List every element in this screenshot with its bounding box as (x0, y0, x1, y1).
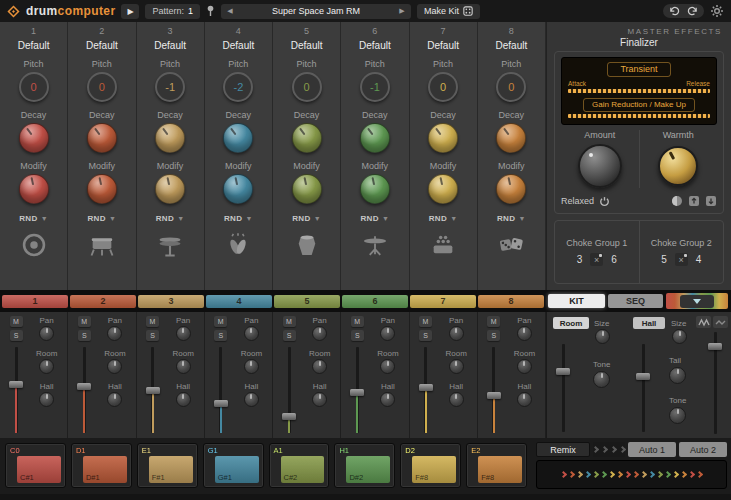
randomize-button[interactable]: RND ▼ (497, 214, 526, 223)
pattern-selector[interactable]: Pattern: 1 (145, 4, 200, 19)
hall-tail-knob[interactable] (669, 367, 686, 384)
solo-button[interactable]: S (146, 330, 159, 341)
settings-gear-icon[interactable] (710, 4, 724, 18)
room-send-knob[interactable] (380, 359, 395, 374)
decay-knob[interactable] (360, 123, 390, 153)
pattern-tab[interactable]: 7 (410, 295, 476, 308)
pitch-knob[interactable]: -1 (155, 72, 185, 102)
remix-mode-strip[interactable] (593, 442, 625, 457)
choke-2-clear-button[interactable]: × (675, 253, 688, 266)
dice-icon[interactable] (496, 231, 526, 259)
preset-prev-button[interactable]: ◀ (221, 7, 239, 15)
fader-cap[interactable] (419, 384, 433, 391)
preset-next-button[interactable]: ▶ (393, 7, 411, 15)
modify-knob[interactable] (19, 174, 49, 204)
pattern-export-button[interactable] (680, 295, 714, 308)
pan-knob[interactable] (312, 326, 327, 341)
room-level-fader[interactable] (555, 344, 571, 432)
volume-fader[interactable] (418, 347, 434, 433)
pan-knob[interactable] (517, 326, 532, 341)
choke-2-left-value[interactable]: 5 (661, 254, 667, 265)
decay-knob[interactable] (496, 123, 526, 153)
modify-knob[interactable] (428, 174, 458, 204)
room-send-knob[interactable] (312, 359, 327, 374)
pitch-knob[interactable]: -2 (223, 72, 253, 102)
remix-step-chevron[interactable] (600, 471, 607, 478)
hall-send-knob[interactable] (380, 392, 395, 407)
solo-button[interactable]: S (10, 330, 23, 341)
remix-step-chevron[interactable] (592, 471, 599, 478)
room-send-knob[interactable] (107, 359, 122, 374)
channel-preset-selector[interactable]: Default (18, 40, 50, 51)
master-saturation-icon[interactable] (713, 316, 728, 328)
randomize-button[interactable]: RND ▼ (224, 214, 253, 223)
pitch-knob[interactable]: 0 (19, 72, 49, 102)
mute-button[interactable]: M (146, 316, 159, 327)
randomize-button[interactable]: RND ▼ (87, 214, 116, 223)
conga-icon[interactable] (292, 231, 322, 259)
gain-makeup-button[interactable]: Gain Reduction / Make Up (583, 98, 695, 112)
hall-level-fader[interactable] (635, 344, 651, 432)
remix-sequence-strip[interactable] (536, 460, 727, 489)
room-send-knob[interactable] (39, 359, 54, 374)
mute-button[interactable]: M (283, 316, 296, 327)
room-tone-knob[interactable] (593, 371, 610, 388)
hall-size-knob[interactable] (672, 329, 687, 344)
mute-button[interactable]: M (487, 316, 500, 327)
remix-step-chevron[interactable] (576, 471, 583, 478)
decay-knob[interactable] (155, 123, 185, 153)
mute-button[interactable]: M (214, 316, 227, 327)
fader-cap[interactable] (487, 392, 501, 399)
remix-step-chevron[interactable] (672, 471, 679, 478)
modify-knob[interactable] (155, 174, 185, 204)
tab-seq[interactable]: SEQ (608, 294, 663, 308)
choke-1-clear-button[interactable]: × (590, 253, 603, 266)
remix-step-chevron[interactable] (696, 471, 703, 478)
drum-pad[interactable]: G1 G#1 (203, 443, 264, 488)
pattern-tab[interactable]: 4 (206, 295, 272, 308)
drum-pad[interactable]: D2 F#8 (400, 443, 461, 488)
fader-cap[interactable] (708, 343, 722, 350)
volume-fader[interactable] (281, 347, 297, 433)
room-send-knob[interactable] (244, 359, 259, 374)
room-send-knob[interactable] (176, 359, 191, 374)
pattern-tab[interactable]: 6 (342, 295, 408, 308)
drum-pad[interactable]: A1 C#2 (269, 443, 330, 488)
decay-knob[interactable] (19, 123, 49, 153)
redo-icon[interactable] (687, 6, 698, 16)
kick-drum-icon[interactable] (19, 231, 49, 259)
pan-knob[interactable] (244, 326, 259, 341)
drum-pad[interactable]: D1 D#1 (71, 443, 132, 488)
decay-knob[interactable] (292, 123, 322, 153)
pitch-knob[interactable]: 0 (87, 72, 117, 102)
mute-button[interactable]: M (351, 316, 364, 327)
pattern-tab[interactable]: 3 (138, 295, 204, 308)
remix-step-chevron[interactable] (680, 471, 687, 478)
decay-knob[interactable] (428, 123, 458, 153)
decay-knob[interactable] (223, 123, 253, 153)
pitch-knob[interactable]: 0 (428, 72, 458, 102)
modify-knob[interactable] (496, 174, 526, 204)
modify-knob[interactable] (360, 174, 390, 204)
remix-step-chevron[interactable] (648, 471, 655, 478)
modify-knob[interactable] (223, 174, 253, 204)
channel-preset-selector[interactable]: Default (223, 40, 255, 51)
volume-fader[interactable] (349, 347, 365, 433)
hall-send-knob[interactable] (449, 392, 464, 407)
remix-step-chevron[interactable] (568, 471, 575, 478)
amount-knob[interactable] (578, 144, 622, 188)
warmth-knob[interactable] (658, 146, 698, 186)
randomize-button[interactable]: RND ▼ (19, 214, 48, 223)
master-volume-fader[interactable] (707, 332, 723, 434)
remix-step-chevron[interactable] (664, 471, 671, 478)
channel-preset-selector[interactable]: Default (427, 40, 459, 51)
drum-pad[interactable]: E1 F#1 (137, 443, 198, 488)
randomize-button[interactable]: RND ▼ (156, 214, 185, 223)
fader-cap[interactable] (77, 383, 91, 390)
pattern-tab[interactable]: 5 (274, 295, 340, 308)
volume-fader[interactable] (8, 347, 24, 433)
channel-preset-selector[interactable]: Default (496, 40, 528, 51)
pitch-knob[interactable]: -1 (360, 72, 390, 102)
character-ball-icon[interactable] (671, 195, 683, 207)
mute-button[interactable]: M (78, 316, 91, 327)
